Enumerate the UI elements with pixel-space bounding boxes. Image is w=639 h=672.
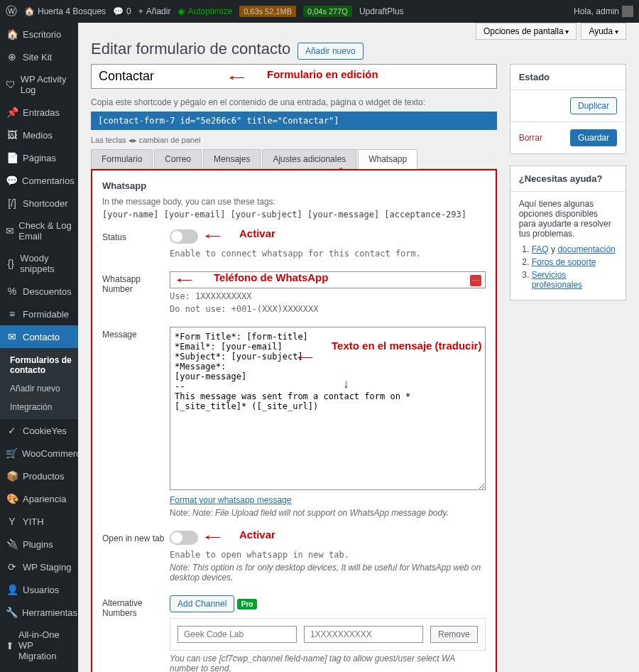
help-text: Aquí tienes algunas opciones disponibles… [519, 199, 617, 239]
remove-channel-button[interactable]: Remove [430, 626, 478, 643]
newtab-label: Open in new tab [102, 531, 170, 582]
menu-label: Usuarios [23, 585, 59, 595]
help-heading: ¿Necesitas ayuda? [510, 166, 626, 192]
sidebar-subitem[interactable]: Integración [0, 398, 78, 416]
available-tags: [your-name] [your-email] [your-subject] … [102, 210, 486, 220]
menu-label: Herramientas [22, 607, 77, 618]
sidebar-item[interactable]: 📌Entradas [0, 101, 78, 124]
sidebar-item[interactable]: [/]Shortcoder [0, 192, 78, 215]
sidebar-item[interactable]: ⟳WP Staging [0, 556, 78, 578]
status-toggle[interactable] [170, 229, 198, 244]
tab-formulario[interactable]: Formulario [91, 149, 153, 168]
arrow-icon: ↓ [343, 376, 349, 391]
menu-icon: ✉ [6, 331, 18, 342]
comments-link[interactable]: 💬 0 [113, 6, 131, 16]
screen-options-button[interactable]: Opciones de pantalla [476, 23, 577, 40]
menu-icon: 🛡 [6, 79, 16, 90]
add-new-button[interactable]: Añadir nuevo [297, 43, 364, 60]
newtab-note: Note: This option is for only desktop de… [170, 563, 486, 582]
menu-icon: 🔌 [6, 538, 18, 550]
whatsapp-panel: Whatsapp In the message body, you can us… [91, 169, 497, 672]
sidebar-subitem[interactable]: Añadir nuevo [0, 379, 78, 398]
sidebar-item[interactable]: 📄Páginas [0, 146, 78, 169]
perf-stat-1: 0,63s 52,1MB [239, 6, 296, 17]
updraft-link[interactable]: UpdraftPlus [359, 6, 404, 16]
sidebar-subitem[interactable]: Formularios de contacto [0, 351, 78, 379]
info-icon[interactable]: ⋯ [470, 275, 481, 286]
perf-stat-2: 0,04s 277Q [303, 6, 352, 17]
state-box: Estado Duplicar Borrar Guardar [510, 64, 626, 154]
wp-logo-icon[interactable]: ⓦ [6, 4, 17, 19]
menu-label: Check & Log Email [18, 220, 72, 242]
menu-icon: % [6, 286, 18, 297]
sidebar-item[interactable]: ⬆All-in-One WP Migration [0, 624, 78, 667]
sidebar-item[interactable]: ⊕Site Kit [0, 45, 78, 68]
sidebar-item[interactable]: YYITH [0, 510, 78, 533]
newtab-toggle[interactable] [170, 531, 198, 545]
message-label: Message [102, 327, 170, 518]
channel-number-input[interactable] [304, 626, 423, 643]
help-button[interactable]: Ayuda [581, 23, 626, 40]
sidebar-item[interactable]: ⚙Ajustes [0, 667, 78, 672]
channel-name-input[interactable] [178, 626, 297, 643]
sidebar-item[interactable]: %Descuentos [0, 280, 78, 303]
tab-ajustes adicionales[interactable]: Ajustes adicionales [262, 149, 356, 168]
sidebar-item[interactable]: 📦Productos [0, 465, 78, 487]
menu-label: WooCommerce [22, 448, 78, 459]
autoptimize-link[interactable]: ◉ Autoptimize [178, 6, 232, 16]
sidebar-item[interactable]: 👤Usuarios [0, 578, 78, 601]
form-title-input[interactable] [91, 64, 497, 89]
sidebar-item[interactable]: ✓CookieYes [0, 419, 78, 442]
menu-icon: Y [6, 516, 18, 527]
tab-correo[interactable]: Correo [154, 149, 202, 168]
add-channel-button[interactable]: Add Channel [170, 595, 234, 612]
menu-icon: 📦 [6, 470, 18, 482]
menu-label: Descuentos [23, 286, 72, 297]
menu-icon: ✓ [6, 425, 18, 436]
sidebar-item[interactable]: 🔌Plugins [0, 533, 78, 556]
menu-icon: 🛒 [6, 448, 18, 459]
sidebar-item[interactable]: {}Woody snippets [0, 247, 78, 280]
sidebar-item[interactable]: 🖼Medios [0, 124, 78, 146]
sidebar-item[interactable]: 💬Comentarios [0, 169, 78, 192]
menu-icon: [/] [6, 197, 18, 209]
avatar-icon [622, 6, 633, 17]
menu-label: YITH [23, 516, 44, 527]
sidebar-item[interactable]: ✉Check & Log Email [0, 215, 78, 247]
menu-icon: 📌 [6, 107, 18, 118]
page-title: Editar formulario de contacto [91, 40, 290, 58]
state-heading: Estado [510, 65, 626, 90]
format-link[interactable]: Format your whatsapp message [170, 495, 291, 505]
user-greeting[interactable]: Hola, admin [574, 6, 633, 17]
sidebar-item[interactable]: 🛡WP Activity Log [0, 68, 78, 101]
help-box: ¿Necesitas ayuda? Aquí tienes algunas op… [510, 166, 626, 300]
sidebar-item[interactable]: 🎨Apariencia [0, 487, 78, 510]
sidebar-item[interactable]: 🛒WooCommerce [0, 442, 78, 465]
help-link[interactable]: FAQ [532, 244, 549, 254]
site-link[interactable]: 🏠 Huerta 4 Bosques [24, 6, 106, 16]
tab-whatsapp[interactable]: Whatsapp [358, 149, 417, 169]
add-new-link[interactable]: + Añadir [138, 6, 171, 16]
panel-intro: In the message body, you can use these t… [102, 197, 486, 207]
menu-label: All-in-One WP Migration [18, 629, 72, 661]
delete-link[interactable]: Borrar [519, 133, 542, 143]
message-textarea[interactable] [170, 327, 486, 490]
shortcode-bar[interactable]: [contact-form-7 id="5e266c6" title="Cont… [91, 112, 497, 130]
tab-mensajes[interactable]: Mensajes [203, 149, 261, 168]
sidebar-item[interactable]: ✉Contacto [0, 325, 78, 348]
help-link[interactable]: documentación [557, 244, 615, 254]
main-content: Opciones de pantalla Ayuda Editar formul… [78, 23, 639, 672]
sidebar-item[interactable]: 🔧Herramientas [0, 601, 78, 624]
menu-label: Entradas [23, 107, 60, 118]
sidebar-item[interactable]: 🏠Escritorio [0, 23, 78, 45]
help-list-item: Foros de soporte [532, 257, 617, 267]
sidebar-item[interactable]: ≡Formidable [0, 303, 78, 325]
help-link[interactable]: Servicios profesionales [532, 270, 582, 290]
message-note: Note: Note: File Upload field will not s… [170, 508, 486, 518]
whatsapp-number-input[interactable] [170, 271, 486, 288]
menu-icon: ⟳ [6, 561, 18, 573]
altnum-note: You can use [cf7cwp_channel field-name] … [170, 654, 486, 672]
duplicate-button[interactable]: Duplicar [570, 97, 617, 114]
save-side-button[interactable]: Guardar [570, 129, 617, 146]
help-link[interactable]: Foros de soporte [532, 257, 596, 267]
